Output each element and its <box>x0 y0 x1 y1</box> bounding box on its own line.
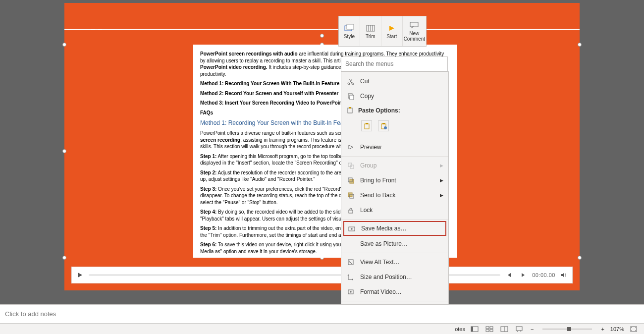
preview-icon <box>346 143 355 152</box>
svg-rect-5 <box>347 24 354 29</box>
selection-handle[interactable] <box>578 256 582 260</box>
svg-rect-22 <box>382 123 385 124</box>
selection-handle[interactable] <box>62 256 66 260</box>
status-bar: otes − + 107% <box>0 323 644 334</box>
volume-button[interactable] <box>559 270 569 280</box>
mini-toolbar: Style Trim Start NewComment <box>338 16 427 47</box>
menu-lock[interactable]: Lock <box>341 203 448 218</box>
svg-point-23 <box>384 126 387 129</box>
notes-placeholder: Click to add notes <box>5 310 56 318</box>
save-pic-icon <box>346 239 355 248</box>
svg-rect-27 <box>350 179 354 183</box>
paste-option-1[interactable] <box>361 120 372 131</box>
menu-save-media[interactable]: Save Media as… <box>343 221 446 236</box>
start-icon <box>387 24 397 33</box>
menu-search[interactable] <box>341 56 448 71</box>
zoom-out-button[interactable]: − <box>529 326 536 332</box>
chevron-right-icon: ▶ <box>440 193 443 198</box>
svg-marker-1 <box>508 273 511 277</box>
menu-size-position[interactable]: Size and Position… <box>341 270 448 284</box>
menu-save-picture[interactable]: Save as Picture… <box>341 236 448 251</box>
context-menu: Cut Copy Paste Options: Preview Group ▶ … <box>341 71 449 334</box>
bring-front-icon <box>346 176 355 185</box>
player-time: 00:00.00 <box>532 272 555 278</box>
paste-option-2[interactable] <box>378 120 389 131</box>
svg-point-35 <box>349 261 350 262</box>
svg-rect-19 <box>365 124 369 129</box>
svg-marker-3 <box>561 273 564 278</box>
svg-rect-51 <box>516 327 522 331</box>
view-reading-button[interactable] <box>499 325 510 333</box>
alt-text-icon <box>346 258 355 267</box>
send-back-icon <box>346 191 355 200</box>
mini-style-button[interactable]: Style <box>339 16 360 46</box>
comment-icon <box>409 21 419 30</box>
view-sorter-button[interactable] <box>484 325 495 333</box>
notes-pane[interactable]: Click to add notes <box>0 304 644 323</box>
menu-paste-header: Paste Options: <box>341 104 448 117</box>
menu-cut[interactable]: Cut <box>341 74 448 89</box>
media-player-bar: 00:00.00 <box>71 267 573 283</box>
step-forward-icon <box>521 273 526 278</box>
trim-icon <box>366 24 376 33</box>
svg-rect-48 <box>490 330 493 332</box>
slide-divider <box>64 29 580 30</box>
selection-handle[interactable] <box>62 149 66 153</box>
svg-rect-47 <box>486 330 489 332</box>
rotation-handle[interactable] <box>320 34 324 38</box>
svg-marker-0 <box>78 273 82 278</box>
svg-rect-11 <box>410 22 418 27</box>
mini-start-button[interactable]: Start <box>381 16 403 46</box>
svg-rect-46 <box>490 327 493 329</box>
copy-icon <box>346 92 355 101</box>
svg-marker-24 <box>349 145 353 149</box>
cut-icon <box>346 77 355 86</box>
paste-options-row <box>341 117 448 136</box>
menu-copy[interactable]: Copy <box>341 89 448 104</box>
menu-search-input[interactable] <box>345 60 443 67</box>
menu-alt-text[interactable]: View Alt Text… <box>341 255 448 270</box>
mini-trim-button[interactable]: Trim <box>360 16 381 46</box>
svg-marker-12 <box>412 27 414 28</box>
status-notes-label[interactable]: otes <box>455 326 465 332</box>
svg-rect-29 <box>348 193 352 197</box>
paste-icon <box>346 107 353 115</box>
menu-group: Group ▶ <box>341 158 448 173</box>
svg-rect-17 <box>348 108 352 113</box>
svg-rect-34 <box>348 260 353 265</box>
step-forward-button[interactable] <box>518 270 528 280</box>
zoom-slider[interactable] <box>542 329 592 330</box>
slide-editor[interactable]: PowerPoint screen recordings with audio … <box>0 0 644 304</box>
save-media-icon <box>347 224 356 233</box>
volume-icon <box>561 272 568 278</box>
lock-icon <box>346 206 355 215</box>
view-normal-button[interactable] <box>469 325 480 333</box>
step-back-button[interactable] <box>504 270 514 280</box>
svg-marker-2 <box>522 273 525 277</box>
style-icon <box>344 24 354 33</box>
chevron-right-icon: ▶ <box>440 163 443 168</box>
menu-send-back[interactable]: Send to Back ▶ <box>341 188 448 203</box>
view-slideshow-button[interactable] <box>514 325 525 333</box>
zoom-level[interactable]: 107% <box>610 326 624 332</box>
menu-format-video[interactable]: Format Video… <box>341 284 448 299</box>
mini-new-comment-button[interactable]: NewComment <box>403 16 426 46</box>
group-icon <box>346 161 355 170</box>
play-icon <box>77 272 83 278</box>
menu-preview[interactable]: Preview <box>341 140 448 155</box>
selection-handle[interactable] <box>62 43 66 47</box>
slide[interactable]: PowerPoint screen recordings with audio … <box>64 3 580 290</box>
fit-window-button[interactable] <box>628 325 639 333</box>
chevron-right-icon: ▶ <box>440 178 443 183</box>
svg-rect-44 <box>471 327 473 332</box>
svg-rect-31 <box>349 210 353 213</box>
svg-marker-10 <box>389 26 394 31</box>
svg-marker-37 <box>350 291 352 293</box>
slide-dots <box>91 29 102 30</box>
zoom-thumb[interactable] <box>567 327 571 331</box>
zoom-in-button[interactable]: + <box>599 326 606 332</box>
selection-handle[interactable] <box>578 43 582 47</box>
size-icon <box>346 273 355 281</box>
menu-bring-front[interactable]: Bring to Front ▶ <box>341 173 448 188</box>
play-button[interactable] <box>75 270 85 280</box>
